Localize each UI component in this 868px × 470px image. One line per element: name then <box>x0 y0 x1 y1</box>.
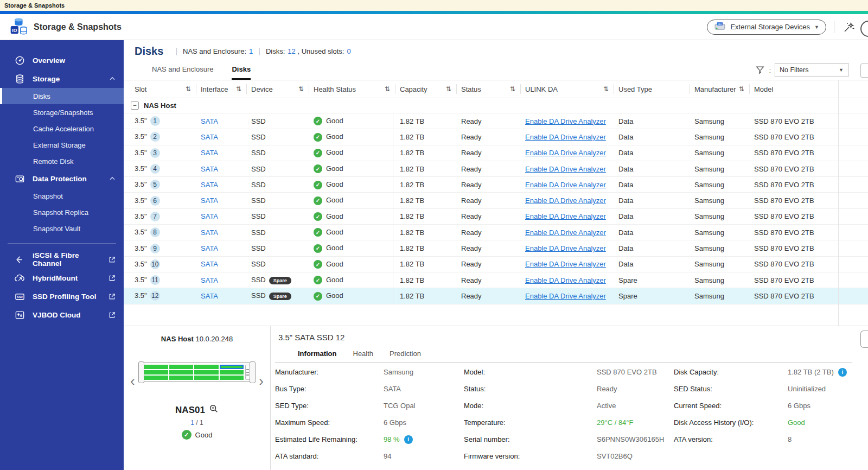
table-row[interactable]: 3.5"11SATASSDSpare✓Good1.82 TBReadyEnabl… <box>124 272 868 288</box>
wizard-wand-icon[interactable] <box>842 20 856 34</box>
table-row[interactable]: 3.5"6SATASSD✓Good1.82 TBReadyEnable DA D… <box>124 193 868 208</box>
cell-interface[interactable]: SATA <box>201 165 251 173</box>
sidebar-item-snapshot-replica[interactable]: Snapshot Replica <box>0 204 124 220</box>
cell-interface[interactable]: SATA <box>201 149 251 157</box>
column-header-device[interactable]: Device⇅ <box>251 80 314 98</box>
column-header-interface[interactable]: Interface⇅ <box>201 80 251 98</box>
table-row[interactable]: 3.5"2SATASSD✓Good1.82 TBReadyEnable DA D… <box>124 129 868 145</box>
tab-nas-and-enclosure[interactable]: NAS and Enclosure <box>152 65 213 80</box>
cell-interface[interactable]: SATA <box>201 276 251 284</box>
table-row[interactable]: 3.5"5SATASSD✓Good1.82 TBReadyEnable DA D… <box>124 177 868 193</box>
drive-bay[interactable] <box>144 376 168 380</box>
column-header-capacity[interactable]: Capacity⇅ <box>400 80 461 98</box>
enable-da-drive-analyzer-link[interactable]: Enable DA Drive Analyzer <box>525 117 606 125</box>
enable-da-drive-analyzer-link[interactable]: Enable DA Drive Analyzer <box>525 228 606 237</box>
sort-icon[interactable]: ⇅ <box>385 85 390 93</box>
drive-bay[interactable] <box>144 365 168 369</box>
cell-interface[interactable]: SATA <box>201 260 251 268</box>
enclosure-next-button[interactable]: › <box>257 374 266 388</box>
detail-tab-information[interactable]: Information <box>298 350 337 362</box>
sidebar-item-remote-disk[interactable]: Remote Disk <box>0 153 124 169</box>
cell-interface[interactable]: SATA <box>201 212 251 220</box>
enable-da-drive-analyzer-link[interactable]: Enable DA Drive Analyzer <box>525 276 606 284</box>
sidebar-item-iscsi-fibre-channel[interactable]: iSCSI & Fibre Channel <box>0 250 124 269</box>
sidebar-item-disks[interactable]: Disks <box>0 88 124 104</box>
table-row[interactable]: 3.5"10SATASSD✓Good1.82 TBReadyEnable DA … <box>124 257 868 272</box>
drive-bay[interactable] <box>194 370 219 374</box>
table-row[interactable]: 3.5"9SATASSD✓Good1.82 TBReadyEnable DA D… <box>124 240 868 256</box>
cell-interface[interactable]: SATA <box>201 228 251 237</box>
filter-funnel-icon[interactable] <box>755 65 765 75</box>
enable-da-drive-analyzer-link[interactable]: Enable DA Drive Analyzer <box>525 260 606 268</box>
table-scrollbar-track[interactable] <box>838 80 839 326</box>
sort-icon[interactable]: ⇅ <box>236 85 241 93</box>
column-header-used-type[interactable]: Used Type <box>618 80 694 98</box>
table-row[interactable]: 3.5"3SATASSD✓Good1.82 TBReadyEnable DA D… <box>124 145 868 161</box>
info-icon[interactable]: i <box>404 435 413 444</box>
cell-interface[interactable]: SATA <box>201 196 251 205</box>
sort-icon[interactable]: ⇅ <box>739 85 744 93</box>
table-row[interactable]: 3.5"1SATASSD✓Good1.82 TBReadyEnable DA D… <box>124 113 868 129</box>
enable-da-drive-analyzer-link[interactable]: Enable DA Drive Analyzer <box>525 133 606 141</box>
sidebar-item-snapshot-vault[interactable]: Snapshot Vault <box>0 220 124 237</box>
more-options-button[interactable] <box>860 63 868 78</box>
drive-bay[interactable] <box>220 376 244 380</box>
column-header-health-status[interactable]: Health Status⇅ <box>314 80 400 98</box>
drive-bay[interactable] <box>169 370 194 374</box>
table-row[interactable]: 3.5"4SATASSD✓Good1.82 TBReadyEnable DA D… <box>124 161 868 177</box>
sidebar-item-data-protection[interactable]: Data Protection <box>0 169 124 188</box>
enable-da-drive-analyzer-link[interactable]: Enable DA Drive Analyzer <box>525 196 606 205</box>
drive-bay[interactable] <box>194 376 219 380</box>
column-header-ulink-da[interactable]: ULINK DA⇅ <box>525 80 618 98</box>
tab-disks[interactable]: Disks <box>232 65 251 80</box>
zoom-magnifier-icon[interactable] <box>209 404 219 416</box>
drive-bay[interactable] <box>194 365 219 369</box>
table-row[interactable]: 3.5"12SATASSDSpare✓Good1.82 TBReadyEnabl… <box>124 288 868 304</box>
sort-icon[interactable]: ⇅ <box>510 85 515 93</box>
sidebar-item-snapshot[interactable]: Snapshot <box>0 188 124 204</box>
sidebar-item-storage-snapshots[interactable]: Storage/Snapshots <box>0 104 124 120</box>
sidebar-item-storage[interactable]: Storage <box>0 69 124 88</box>
drive-bay-selected[interactable] <box>220 365 244 369</box>
chevron-up-icon[interactable] <box>108 75 116 82</box>
filters-select[interactable]: No Filters ▼ <box>775 63 848 77</box>
column-header-manufacturer[interactable]: Manufacturer⇅ <box>694 80 754 98</box>
sidebar-item-overview[interactable]: Overview <box>0 51 124 69</box>
external-storage-devices-button[interactable]: RAID External Storage Devices ▼ <box>707 20 826 35</box>
chevron-up-icon[interactable] <box>108 175 116 182</box>
drive-bay[interactable] <box>220 370 244 374</box>
drive-bay[interactable] <box>144 370 168 374</box>
enable-da-drive-analyzer-link[interactable]: Enable DA Drive Analyzer <box>525 292 606 300</box>
info-icon[interactable]: i <box>838 368 847 377</box>
drive-bay[interactable] <box>169 365 194 369</box>
enable-da-drive-analyzer-link[interactable]: Enable DA Drive Analyzer <box>525 149 606 157</box>
cell-interface[interactable]: SATA <box>201 117 251 125</box>
sidebar-item-vjbod-cloud[interactable]: VJBOD Cloud <box>0 306 124 324</box>
drive-bay[interactable] <box>169 376 194 380</box>
cell-interface[interactable]: SATA <box>201 181 251 189</box>
enable-da-drive-analyzer-link[interactable]: Enable DA Drive Analyzer <box>525 165 606 173</box>
sidebar-item-cache-acceleration[interactable]: Cache Acceleration <box>0 120 124 137</box>
sidebar-item-hybridmount[interactable]: HybridMount <box>0 269 124 287</box>
enclosure-prev-button[interactable]: ‹ <box>128 374 137 388</box>
enable-da-drive-analyzer-link[interactable]: Enable DA Drive Analyzer <box>525 212 606 220</box>
table-row[interactable]: 3.5"7SATASSD✓Good1.82 TBReadyEnable DA D… <box>124 209 868 225</box>
collapse-group-icon[interactable]: − <box>131 101 139 110</box>
sort-icon[interactable]: ⇅ <box>298 85 304 93</box>
cell-interface[interactable]: SATA <box>201 244 251 252</box>
detail-action-button[interactable] <box>860 331 868 348</box>
enable-da-drive-analyzer-link[interactable]: Enable DA Drive Analyzer <box>525 244 606 252</box>
sidebar-item-external-storage[interactable]: External Storage <box>0 137 124 153</box>
detail-tab-health[interactable]: Health <box>353 350 374 362</box>
enable-da-drive-analyzer-link[interactable]: Enable DA Drive Analyzer <box>525 181 606 189</box>
detail-tab-prediction[interactable]: Prediction <box>390 350 421 362</box>
sort-icon[interactable]: ⇅ <box>603 85 609 93</box>
table-row[interactable]: 3.5"8SATASSD✓Good1.82 TBReadyEnable DA D… <box>124 225 868 240</box>
sort-icon[interactable]: ⇅ <box>446 85 451 93</box>
help-icon[interactable] <box>860 21 868 37</box>
cell-interface[interactable]: SATA <box>201 292 251 300</box>
column-header-status[interactable]: Status⇅ <box>461 80 525 98</box>
sort-icon[interactable]: ⇅ <box>186 85 191 93</box>
column-header-slot[interactable]: Slot⇅ <box>135 80 201 98</box>
sidebar-item-ssd-profiling-tool[interactable]: SSDSSD Profiling Tool <box>0 287 124 306</box>
